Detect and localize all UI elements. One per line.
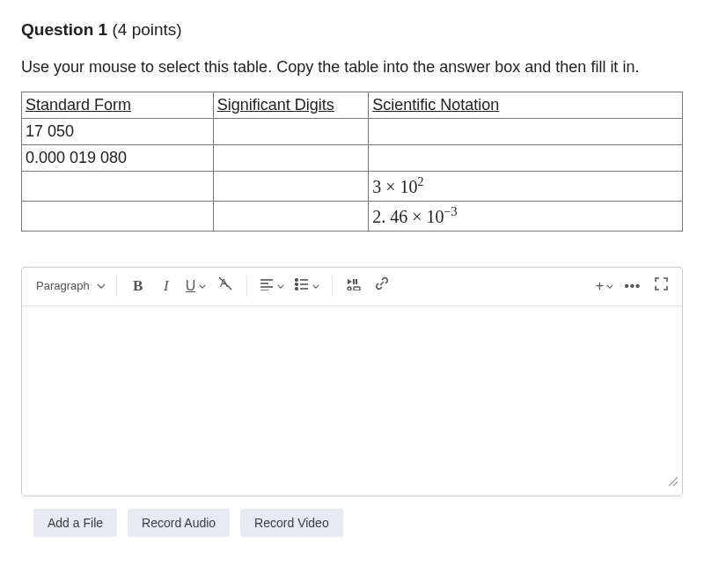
svg-rect-12 [353, 279, 355, 284]
cell-sigdigits [213, 119, 368, 145]
text-color-button[interactable]: A [211, 270, 239, 302]
col-header-sigdigits: Significant Digits [213, 92, 368, 119]
table-row: 17 050 [22, 119, 683, 145]
col-header-scinot: Scientific Notation [369, 92, 683, 119]
fullscreen-icon [655, 276, 668, 297]
table-row: 2. 46 × 10−3 [22, 202, 683, 232]
more-icon: ••• [625, 276, 642, 297]
format-select[interactable]: Paragraph [26, 270, 113, 302]
question-instructions: Use your mouse to select this table. Cop… [21, 55, 683, 80]
chevron-down-icon [97, 283, 106, 289]
svg-line-16 [669, 477, 678, 486]
bold-button[interactable]: B [124, 270, 152, 302]
question-label: Question 1 [21, 20, 107, 39]
link-icon [375, 276, 389, 297]
editor-toolbar: Paragraph B I U A [22, 268, 682, 306]
resize-handle-icon[interactable] [666, 471, 678, 494]
question-points: (4 points) [112, 20, 181, 39]
svg-rect-13 [356, 279, 357, 284]
record-audio-button[interactable]: Record Audio [128, 509, 230, 537]
insert-button[interactable]: + [590, 270, 619, 302]
cell-scinot [369, 119, 683, 145]
format-select-label: Paragraph [36, 277, 90, 295]
add-file-button[interactable]: Add a File [33, 509, 117, 537]
svg-point-14 [348, 287, 351, 290]
bullet-list-icon [295, 276, 309, 297]
svg-text:A: A [220, 276, 228, 290]
table-body: Standard Form Significant Digits Scienti… [22, 92, 683, 231]
underline-icon: U [186, 276, 196, 297]
italic-icon: I [164, 275, 169, 298]
table-header-row: Standard Form Significant Digits Scienti… [22, 92, 683, 119]
more-button[interactable]: ••• [619, 270, 647, 302]
cell-sigdigits [213, 145, 368, 172]
chevron-down-icon [199, 284, 206, 289]
svg-point-10 [296, 288, 298, 290]
italic-button[interactable]: I [152, 270, 180, 302]
record-video-button[interactable]: Record Video [240, 509, 343, 537]
col-header-standard: Standard Form [22, 92, 214, 119]
insert-media-button[interactable] [340, 270, 368, 302]
chevron-down-icon [312, 284, 319, 289]
svg-point-6 [296, 279, 298, 282]
bold-icon: B [133, 275, 143, 298]
list-button[interactable] [290, 270, 325, 302]
table-row: 0.000 019 080 [22, 145, 683, 172]
text-color-icon: A [217, 276, 233, 298]
cell-scinot: 3 × 102 [369, 172, 683, 202]
plus-icon: + [596, 276, 604, 297]
rich-text-editor: Paragraph B I U A [21, 267, 683, 496]
editor-content-area[interactable] [22, 306, 682, 496]
action-row: Add a File Record Audio Record Video [21, 496, 683, 537]
question-title: Question 1 (4 points) [21, 18, 683, 43]
chevron-down-icon [606, 284, 613, 289]
data-table[interactable]: Standard Form Significant Digits Scienti… [21, 92, 683, 231]
underline-button[interactable]: U [180, 270, 212, 302]
toolbar-separator [246, 276, 247, 297]
cell-standard: 17 050 [22, 119, 214, 145]
svg-line-17 [673, 481, 678, 486]
align-button[interactable] [254, 270, 290, 302]
chevron-down-icon [277, 284, 284, 289]
svg-point-8 [296, 283, 298, 286]
insert-link-button[interactable] [368, 270, 396, 302]
toolbar-separator [116, 276, 117, 297]
cell-standard: 0.000 019 080 [22, 145, 214, 172]
fullscreen-button[interactable] [647, 270, 675, 302]
table-row: 3 × 102 [22, 172, 683, 202]
cell-standard [22, 202, 214, 232]
toolbar-separator [332, 276, 333, 297]
cell-sigdigits [213, 172, 368, 202]
cell-standard [22, 172, 214, 202]
cell-scinot [369, 145, 683, 172]
media-icon [347, 276, 361, 297]
svg-rect-15 [354, 287, 360, 290]
align-left-icon [260, 276, 274, 297]
cell-scinot: 2. 46 × 10−3 [369, 202, 683, 232]
cell-sigdigits [213, 202, 368, 232]
